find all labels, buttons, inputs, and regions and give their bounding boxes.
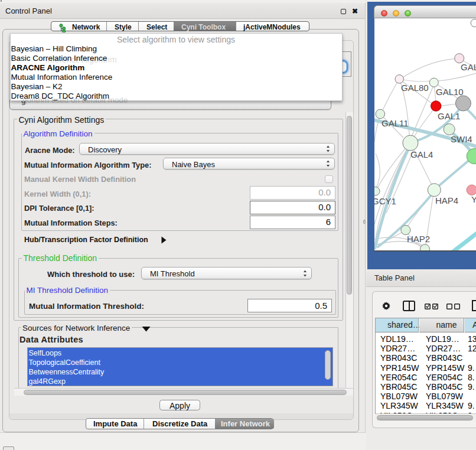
- svg-text:HAP2: HAP2: [407, 234, 430, 244]
- svg-text:SWI4: SWI4: [451, 134, 472, 144]
- svg-text:GAL1: GAL1: [438, 111, 460, 121]
- svg-text:GAL11: GAL11: [382, 118, 409, 128]
- svg-text:YM: YM: [471, 194, 476, 204]
- svg-text:GAL7: GAL7: [461, 62, 476, 72]
- svg-text:GCY1: GCY1: [374, 196, 396, 206]
- svg-text:GAL4: GAL4: [410, 149, 433, 159]
- svg-text:HAP4: HAP4: [435, 195, 458, 206]
- svg-text:GAL10: GAL10: [436, 87, 464, 97]
- svg-text:GAL80: GAL80: [401, 83, 429, 93]
